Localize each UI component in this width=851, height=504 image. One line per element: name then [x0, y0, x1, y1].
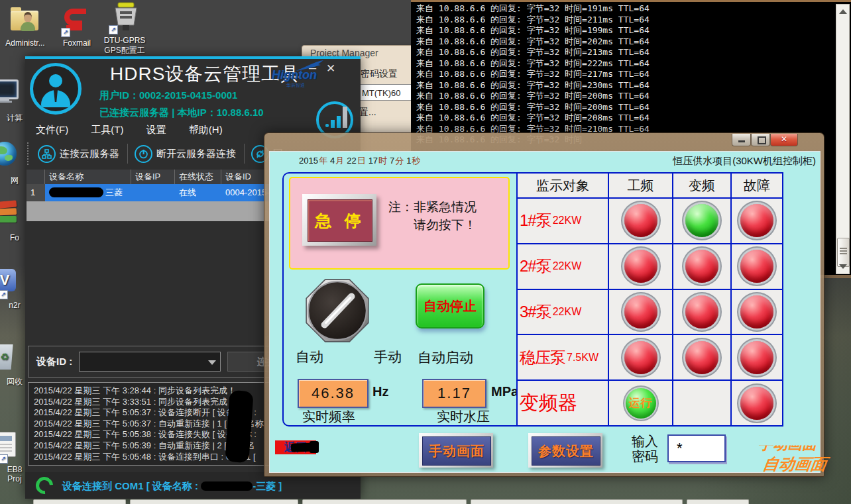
desktop-icon-foxmail[interactable]: ➚ Foxmail: [53, 4, 101, 48]
knob-label-auto: 自动: [296, 348, 323, 366]
maximize-button[interactable]: [751, 134, 770, 146]
ping-line: 来自 10.88.6.6 的回复: 字节=32 时间=211ms TTL=64: [416, 15, 834, 26]
note-line2: 请勿按下！: [414, 216, 477, 234]
redaction-scribble: [310, 441, 319, 453]
light-cell: [609, 199, 672, 243]
status-light-red: [685, 341, 718, 374]
device-id-combobox[interactable]: [79, 352, 221, 372]
scroll-down-icon[interactable]: [839, 264, 847, 269]
device-name-suffix: 三菱: [105, 187, 123, 197]
password-label: 输入 密码: [632, 434, 658, 464]
auto-manual-knob[interactable]: [302, 276, 372, 348]
button-face: 手动画面: [422, 436, 491, 466]
auto-start-label: 自动启动: [418, 348, 473, 367]
back-button[interactable]: 返回: [275, 440, 316, 454]
col-header-name: 设备名称: [45, 170, 131, 184]
taskbar-sliver[interactable]: [687, 499, 749, 504]
book-green: [0, 216, 17, 223]
minimize-button[interactable]: [732, 134, 751, 146]
light-cell: [732, 244, 782, 289]
avatar-head: [49, 74, 62, 87]
close-button[interactable]: ✕: [770, 134, 798, 146]
device-name-cell: 三菱: [45, 184, 131, 201]
user-avatar: [30, 63, 82, 115]
close-icon[interactable]: ✕: [326, 62, 335, 76]
taskbar-sliver[interactable]: [471, 499, 683, 504]
project-title: 恒压供水项目(30KW机组控制柜): [673, 155, 816, 168]
light-cell: [609, 244, 672, 289]
taskbar-sliver[interactable]: [33, 499, 126, 504]
terminal-scrollbar[interactable]: [836, 4, 850, 274]
light-cell: [673, 335, 730, 379]
light-cell: [673, 199, 730, 243]
pump-label-cell: 变频器: [518, 381, 608, 425]
grid-header-cell: 监示对象: [518, 174, 608, 197]
grid-header-cell: 工频: [609, 174, 672, 197]
datetime-number: 4: [330, 156, 335, 166]
scroll-up-icon[interactable]: [839, 9, 847, 14]
datetime-unit: 日: [357, 156, 366, 166]
grid-header-cell: 故障: [732, 174, 782, 197]
taskbar-sliver[interactable]: [302, 499, 467, 504]
connect-cloud-button[interactable]: 连接云服务器: [38, 145, 119, 163]
menu-item-help[interactable]: 帮助(H): [189, 124, 223, 135]
pump-power: 22KW: [553, 260, 582, 272]
desktop-icon-administrator[interactable]: Administr...: [1, 4, 49, 48]
dtu-connector-icon: ➚: [101, 1, 148, 34]
ping-line: 来自 10.88.6.6 的回复: 字节=32 时间=202ms TTL=64: [416, 36, 834, 48]
ping-line: 来自 10.88.6.6 的回复: 字节=32 时间=199ms TTL=64: [416, 25, 834, 36]
toolbar-label: 连接云服务器: [60, 148, 119, 160]
model-field[interactable]: MT(TK)60: [358, 84, 415, 101]
pump-name: 1#泵: [520, 210, 551, 231]
pump-name: 变频器: [520, 390, 577, 417]
emergency-stop-button[interactable]: 急 停: [302, 194, 376, 246]
scroll-thumb[interactable]: [837, 238, 850, 267]
password-input[interactable]: [667, 434, 726, 462]
datetime-number: 22: [347, 156, 356, 166]
icon-label: Administr...: [1, 38, 49, 48]
menu-item-settings[interactable]: 设置: [146, 124, 166, 135]
disconnect-cloud-icon: [135, 145, 152, 163]
manual-screen-button[interactable]: 手动画面: [419, 433, 493, 468]
status-prefix: 设备连接到 COM1 [ 设备名称 :: [62, 480, 201, 491]
taskbar-sliver[interactable]: [130, 499, 298, 504]
minimize-icon[interactable]: –: [309, 60, 316, 76]
shortcut-arrow-icon: ➚: [0, 290, 8, 299]
redaction-blob: [49, 187, 103, 197]
menu-item-tools[interactable]: 工具(T): [91, 124, 123, 135]
grid-header-cell: 变频: [673, 174, 730, 197]
datetime-number: 1: [406, 156, 411, 166]
ping-line: 来自 10.88.6.6 的回复: 字节=32 时间=200ms TTL=64: [416, 102, 834, 113]
light-cell: [673, 290, 730, 334]
pump-name: 稳压泵: [520, 347, 565, 368]
light-cell: [732, 290, 782, 334]
menu-item-file[interactable]: 文件(F): [36, 124, 68, 135]
bin-shape: ♻: [0, 344, 15, 370]
pump-power: 22KW: [553, 215, 582, 227]
status-light-red: [740, 387, 773, 420]
datetime-unit: 分: [395, 156, 404, 166]
frequency-label: 实时频率: [302, 408, 355, 426]
minimize-icon: [738, 140, 745, 142]
frequency-unit: Hz: [372, 384, 388, 399]
person-head: [24, 12, 32, 23]
window-controls: ✕: [732, 134, 798, 146]
parameter-settings-button[interactable]: 参数设置: [528, 433, 602, 468]
auto-stop-button[interactable]: 自动停止: [416, 283, 484, 328]
status-light-red: [685, 250, 718, 283]
status-light-green: [685, 204, 718, 237]
button-face: 参数设置: [532, 436, 600, 466]
disconnect-cloud-button[interactable]: 断开云服务器连接: [135, 145, 236, 163]
knob-labels: 自动 手动: [296, 348, 402, 366]
status-suffix: -三菱 ]: [253, 480, 282, 491]
status-text: 设备连接到 COM1 [ 设备名称 : -三菱 ]: [62, 480, 282, 493]
book-orange: [0, 208, 17, 216]
foxmail-icon: ➚: [53, 4, 101, 37]
desktop-icon-dtu-gprs[interactable]: ➚ DTU-GPRS GPS配置工: [101, 1, 148, 56]
toolbar-grip[interactable]: [27, 142, 31, 165]
ping-line: 来自 10.88.6.6 的回复: 字节=32 时间=213ms TTL=64: [416, 47, 834, 58]
pump-label-cell: 稳压泵7.5KW: [518, 335, 608, 379]
desktop-wallpaper: Administr... ➚ Foxmail ➚ DTU-GPRS GPS配置工: [0, 0, 851, 504]
pump-label-cell: 3#泵22KW: [518, 290, 608, 334]
chevron-down-icon: [208, 360, 216, 365]
